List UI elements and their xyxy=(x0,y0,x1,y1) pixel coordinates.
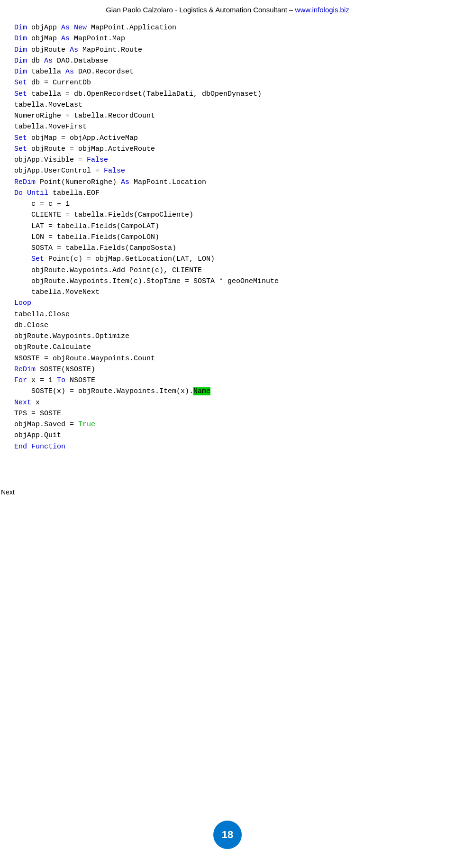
header: Gian Paolo Calzolaro - Logistics & Autom… xyxy=(0,0,455,18)
next-label: Next xyxy=(1,488,15,496)
header-link[interactable]: www.infologis.biz xyxy=(295,6,349,14)
page-number: 18 xyxy=(213,821,242,849)
code-block: Dim objApp As New MapPoint.Application D… xyxy=(0,18,455,466)
header-text: Gian Paolo Calzolaro - Logistics & Autom… xyxy=(106,6,295,14)
